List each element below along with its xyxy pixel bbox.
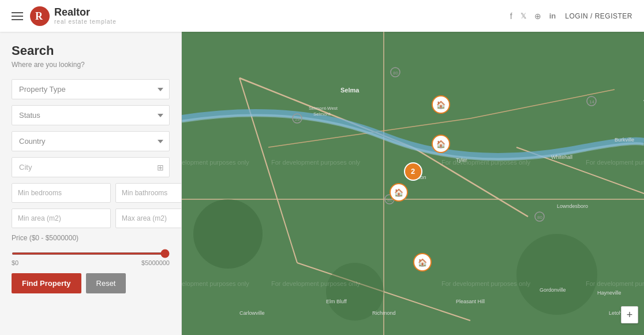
map-pin-4[interactable]: 🏠 <box>413 253 432 271</box>
price-section: Price ($0 - $5000000) $0 $5000000 <box>12 234 170 266</box>
svg-text:Selmont-West: Selmont-West <box>309 106 338 111</box>
svg-text:Hayneville: Hayneville <box>597 290 621 296</box>
svg-text:Selma: Selma <box>340 87 360 94</box>
min-area-input[interactable] <box>12 209 111 228</box>
header: R Realtor real estate template f 𝕏 ⊕ in … <box>0 0 644 32</box>
find-property-button[interactable]: Find Property <box>12 273 81 293</box>
svg-text:elopment purposes only: elopment purposes only <box>182 159 249 166</box>
twitter-icon[interactable]: 𝕏 <box>521 12 526 20</box>
max-area-input[interactable] <box>115 209 182 228</box>
map-pin-cluster[interactable]: 2 <box>404 162 422 181</box>
city-input[interactable] <box>12 157 170 177</box>
status-select[interactable]: Status <box>12 105 170 125</box>
map-container: 80 22 80 14 80 Selma Selmont-West Selmon… <box>182 32 644 335</box>
linkedin-icon[interactable]: in <box>549 12 556 20</box>
country-select[interactable]: Country <box>12 131 170 151</box>
logo-icon: R <box>30 6 50 26</box>
svg-text:22: 22 <box>295 117 300 122</box>
cluster-label: 2 <box>411 167 415 176</box>
search-subtitle: Where are you looking? <box>12 61 170 69</box>
header-left: R Realtor real estate template <box>12 6 117 26</box>
price-range-labels: $0 $5000000 <box>12 259 170 266</box>
home-icon-3: 🏠 <box>394 188 403 197</box>
hamburger-menu[interactable] <box>12 12 23 20</box>
zoom-plus-button[interactable]: + <box>621 306 638 323</box>
svg-text:Selmont: Selmont <box>313 111 331 117</box>
svg-text:For development purposes only: For development purposes only <box>586 159 644 166</box>
min-bathrooms-input[interactable] <box>115 183 182 203</box>
map-pin-2[interactable]: 🏠 <box>432 135 450 153</box>
price-min-label: $0 <box>12 259 18 266</box>
svg-text:Gordonville: Gordonville <box>540 287 566 293</box>
logo-text: Realtor real estate template <box>54 7 117 25</box>
svg-text:For development purposes only: For development purposes only <box>271 159 361 166</box>
app-tagline: real estate template <box>54 18 117 25</box>
svg-point-14 <box>516 234 597 315</box>
svg-text:Burkville: Burkville <box>615 137 634 143</box>
social-icons: f 𝕏 ⊕ in <box>510 12 556 21</box>
svg-text:Elm Bluff: Elm Bluff <box>326 299 347 304</box>
price-slider[interactable] <box>12 252 170 255</box>
map-pin-1[interactable]: 🏠 <box>432 95 450 114</box>
svg-point-13 <box>193 199 263 269</box>
svg-text:Lowndesboro: Lowndesboro <box>557 203 588 209</box>
price-slider-wrap <box>12 247 170 257</box>
login-register-link[interactable]: LOGIN / REGISTER <box>565 12 632 20</box>
svg-text:For development purposes only: For development purposes only <box>441 159 531 166</box>
price-max-label: $5000000 <box>141 259 170 266</box>
svg-text:R: R <box>35 10 43 22</box>
property-type-select[interactable]: Property Type <box>12 79 170 99</box>
svg-text:80: 80 <box>537 215 542 220</box>
svg-text:For development purposes only: For development purposes only <box>441 280 531 287</box>
logo-area: R Realtor real estate template <box>30 6 117 26</box>
svg-text:Whitehall: Whitehall <box>551 154 572 160</box>
price-label: Price ($0 - $5000000) <box>12 234 170 242</box>
area-row <box>12 209 170 228</box>
city-field-wrap: ⊞ <box>12 157 170 177</box>
home-icon-2: 🏠 <box>436 140 445 148</box>
facebook-icon[interactable]: f <box>510 12 512 21</box>
svg-text:14: 14 <box>589 99 594 105</box>
svg-text:For development purposes only: For development purposes only <box>586 280 644 287</box>
city-icon: ⊞ <box>157 163 164 172</box>
action-buttons: Find Property Reset <box>12 273 170 293</box>
svg-text:Richmond: Richmond <box>372 310 396 316</box>
svg-text:elopment purposes only: elopment purposes only <box>182 280 249 287</box>
app-name: Realtor <box>54 7 117 18</box>
home-icon-4: 🏠 <box>418 258 427 267</box>
header-right: f 𝕏 ⊕ in LOGIN / REGISTER <box>510 12 632 21</box>
map-background: 80 22 80 14 80 Selma Selmont-West Selmon… <box>182 32 644 335</box>
svg-text:80: 80 <box>393 70 398 76</box>
map-pin-3[interactable]: 🏠 <box>390 183 408 202</box>
sidebar: Search Where are you looking? Property T… <box>0 32 182 335</box>
svg-text:Pleasant Hill: Pleasant Hill <box>456 299 485 304</box>
svg-text:Carlowville: Carlowville <box>239 310 265 316</box>
home-icon-1: 🏠 <box>436 100 445 109</box>
search-title: Search <box>12 43 170 58</box>
bedroom-bathroom-row <box>12 183 170 203</box>
svg-text:Letoh: Letoh <box>609 310 622 316</box>
main-container: Search Where are you looking? Property T… <box>0 32 644 335</box>
reset-button[interactable]: Reset <box>86 273 126 293</box>
min-bedrooms-input[interactable] <box>12 183 111 203</box>
svg-text:For development purposes only: For development purposes only <box>271 280 361 287</box>
globe-icon[interactable]: ⊕ <box>534 12 541 21</box>
